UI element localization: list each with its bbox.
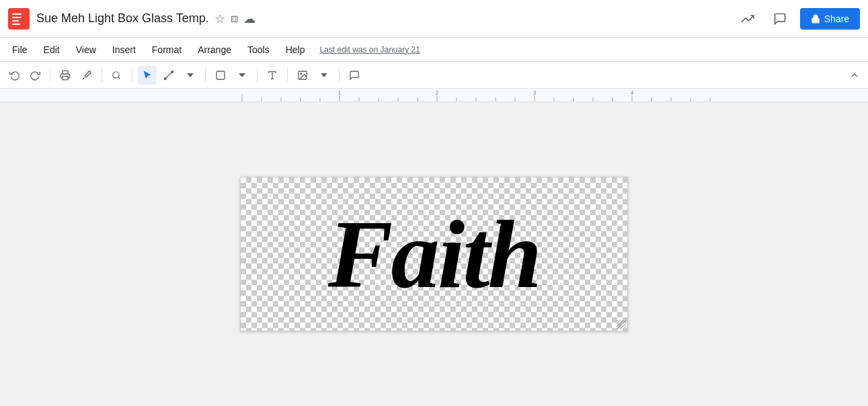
menu-edit[interactable]: Edit — [37, 42, 67, 58]
ruler-canvas — [0, 89, 868, 102]
slide-canvas[interactable]: Faith — [240, 177, 628, 331]
paintformat-button[interactable] — [77, 66, 96, 85]
ruler — [0, 89, 868, 102]
last-edit-label[interactable]: Last edit was on January 21 — [319, 45, 420, 54]
separator-2 — [102, 69, 102, 82]
menu-view[interactable]: View — [69, 42, 103, 58]
canvas-area[interactable]: Faith — [0, 102, 868, 406]
top-bar: Sue Meh Light Box Glass Temp. ☆ ⧈ ☁ Shar… — [0, 0, 868, 38]
menu-bar: File Edit View Insert Format Arrange Too… — [0, 38, 868, 62]
svg-point-10 — [164, 78, 166, 80]
svg-marker-19 — [321, 73, 327, 77]
separator-7 — [339, 69, 340, 82]
svg-rect-2 — [12, 17, 22, 18]
separator-1 — [50, 69, 50, 82]
svg-point-11 — [171, 71, 173, 73]
line-tool-button[interactable] — [159, 66, 178, 85]
title-area: Sue Meh Light Box Glass Temp. ☆ ⧈ ☁ — [36, 11, 736, 26]
app-logo — [8, 8, 30, 30]
select-tool-button[interactable] — [138, 66, 157, 85]
menu-tools[interactable]: Tools — [241, 42, 276, 58]
svg-rect-4 — [12, 24, 20, 25]
svg-rect-3 — [12, 20, 19, 22]
separator-4 — [205, 69, 206, 82]
svg-marker-12 — [187, 73, 194, 77]
undo-button[interactable] — [5, 66, 24, 85]
image-area: Faith — [241, 177, 627, 331]
svg-line-9 — [165, 71, 173, 79]
svg-rect-6 — [63, 76, 68, 79]
svg-line-8 — [118, 77, 120, 79]
svg-point-18 — [301, 73, 302, 74]
print-button[interactable] — [56, 66, 75, 85]
doc-title[interactable]: Sue Meh Light Box Glass Temp. — [36, 11, 209, 26]
trending-button[interactable] — [736, 7, 760, 31]
resize-handle[interactable] — [617, 320, 626, 329]
undo-redo-group — [5, 66, 44, 85]
image-dropdown-button[interactable] — [315, 66, 333, 85]
cloud-icon[interactable]: ☁ — [243, 11, 255, 26]
svg-point-7 — [113, 72, 119, 78]
menu-arrange[interactable]: Arrange — [191, 42, 238, 58]
zoom-control — [108, 69, 126, 82]
shape-dropdown-button[interactable] — [233, 66, 251, 85]
menu-file[interactable]: File — [5, 42, 34, 58]
shape-tool-button[interactable] — [211, 66, 230, 85]
redo-button[interactable] — [26, 66, 44, 85]
svg-marker-14 — [239, 73, 245, 77]
separator-6 — [287, 69, 288, 82]
image-tool-button[interactable] — [293, 66, 312, 85]
top-right-controls: Share — [736, 7, 860, 31]
share-button[interactable]: Share — [800, 8, 860, 30]
faith-text[interactable]: Faith — [328, 198, 540, 310]
menu-format[interactable]: Format — [145, 42, 188, 58]
zoom-button[interactable] — [108, 69, 126, 82]
svg-rect-5 — [812, 18, 819, 22]
separator-3 — [132, 69, 132, 82]
line-dropdown-button[interactable] — [181, 66, 200, 85]
text-tool-button[interactable] — [263, 66, 282, 85]
separator-5 — [257, 69, 258, 82]
history-icon[interactable]: ⧈ — [231, 11, 238, 26]
menu-help[interactable]: Help — [279, 42, 312, 58]
comment-button[interactable] — [345, 66, 364, 85]
toolbar — [0, 62, 868, 89]
svg-rect-13 — [216, 71, 225, 79]
menu-insert[interactable]: Insert — [106, 42, 143, 58]
svg-rect-1 — [12, 13, 22, 15]
star-icon[interactable]: ☆ — [214, 11, 225, 26]
collapse-toolbar-button[interactable] — [846, 67, 863, 83]
chat-button[interactable] — [768, 7, 792, 31]
svg-rect-0 — [8, 8, 30, 30]
